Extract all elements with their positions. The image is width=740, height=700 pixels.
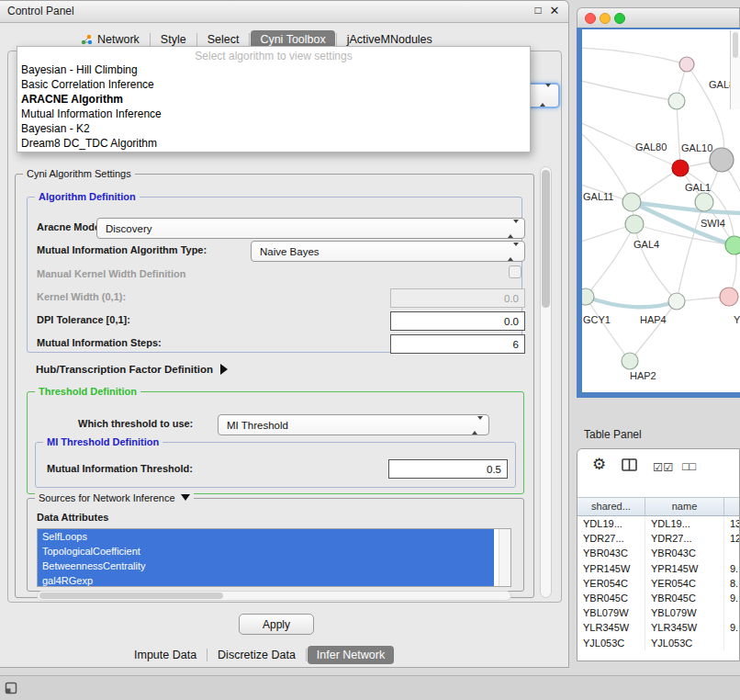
bottom-tab-impute-data[interactable]: Impute Data xyxy=(125,646,206,664)
settings-vertical-scrollbar[interactable] xyxy=(540,166,552,598)
network-window-titlebar xyxy=(577,7,740,28)
attributes-list-scrollbar[interactable] xyxy=(499,529,510,586)
tab-label: Discretize Data xyxy=(218,649,296,661)
table-row[interactable]: YPR145WYPR145W9. xyxy=(577,561,739,576)
table-row[interactable]: YJL053CYJL053C xyxy=(577,636,739,650)
algorithm-option-dream8-dc-tdc-algorithm[interactable]: Dream8 DC_TDC Algorithm xyxy=(17,137,530,152)
algorithm-popup-list: Bayesian - Hill ClimbingBasic Correlatio… xyxy=(17,63,530,152)
attribute-item-gal4rgexp[interactable]: gal4RGexp xyxy=(38,573,494,587)
network-node[interactable] xyxy=(679,57,694,72)
data-attributes-label: Data Attributes xyxy=(37,512,108,523)
algorithm-popup-placeholder: Select algorithm to view settings xyxy=(17,47,530,63)
manual-kernel-checkbox[interactable] xyxy=(509,265,521,278)
attributes-horizontal-scrollbar[interactable] xyxy=(37,591,511,601)
table-row[interactable]: YBL079WYBL079W xyxy=(577,605,739,620)
table-row[interactable]: YDR27...YDR27...12 xyxy=(577,531,739,546)
data-attributes-list[interactable]: SelfLoopsTopologicalCoefficientBetweenne… xyxy=(37,528,511,587)
network-edge xyxy=(582,48,687,64)
control-panel-window: Control Panel □ ✕ NetworkStyleSelectCyni… xyxy=(0,0,569,668)
table-row[interactable]: YLR345WYLR345W9. xyxy=(577,620,739,635)
algorithm-option-basic-correlation-inference[interactable]: Basic Correlation Inference xyxy=(17,78,530,93)
tab-separator xyxy=(249,33,250,46)
table-cell xyxy=(724,605,739,620)
network-scrollbar-thumb[interactable] xyxy=(733,32,738,58)
table-panel-title: Table Panel xyxy=(584,428,642,441)
attribute-item-betweennesscentrality[interactable]: BetweennessCentrality xyxy=(38,559,494,573)
column-header-name[interactable]: name xyxy=(645,497,724,516)
mi-type-value: Naive Bayes xyxy=(260,246,320,257)
network-window: GAL8GAL80GAL10GAL11GAL1SWI4GAL4GCY1HAP4Y… xyxy=(577,7,740,398)
hub-section-toggle[interactable]: Hub/Transcription Factor Definition xyxy=(36,364,228,375)
mi-threshold-value: 0.5 xyxy=(487,464,501,475)
network-node-label-gcy1: GCY1 xyxy=(583,314,611,325)
cyni-algorithm-settings-title: Cyni Algorithm Settings xyxy=(23,168,135,179)
network-node[interactable] xyxy=(710,148,734,172)
algorithm-option-aracne-algorithm[interactable]: ARACNE Algorithm xyxy=(17,93,530,107)
network-node-label-gal4: GAL4 xyxy=(633,239,659,250)
network-node[interactable] xyxy=(725,236,740,254)
sources-section-label: Sources for Network Inference xyxy=(39,492,175,503)
algorithm-option-bayesian-hill-climbing[interactable]: Bayesian - Hill Climbing xyxy=(17,63,530,78)
tab-label: Impute Data xyxy=(134,649,196,661)
bottom-tab-infer-network[interactable]: Infer Network xyxy=(308,646,394,664)
table-cell: YLR345W xyxy=(645,620,724,635)
column-header-shared[interactable]: shared... xyxy=(577,497,645,516)
network-edge xyxy=(634,224,677,301)
panel-dock-icon[interactable] xyxy=(5,682,17,698)
algorithm-option-mutual-information-inference[interactable]: Mutual Information Inference xyxy=(17,107,530,122)
network-canvas-scrollbar[interactable] xyxy=(730,30,740,109)
threshold-definition-group: Threshold Definition Which threshold to … xyxy=(27,391,524,494)
network-node[interactable] xyxy=(622,193,641,211)
column-header-extra[interactable] xyxy=(724,497,739,516)
table-cell: YBR045C xyxy=(645,591,724,605)
bottom-tab-discretize-data[interactable]: Discretize Data xyxy=(208,646,305,664)
tab-label: Infer Network xyxy=(317,649,385,661)
network-node[interactable] xyxy=(622,353,638,369)
attribute-item-selfloops[interactable]: SelfLoops xyxy=(38,529,494,544)
mac-zoom-icon[interactable] xyxy=(614,13,625,24)
table-row[interactable]: YER054CYER054C8. xyxy=(577,576,739,591)
table-cell: 13 xyxy=(724,516,739,531)
network-node[interactable] xyxy=(668,293,685,310)
table-cell: YER054C xyxy=(645,576,724,591)
columns-glyph xyxy=(622,458,638,472)
vscrollbar-thumb[interactable] xyxy=(542,170,550,308)
algorithm-option-bayesian-k2[interactable]: Bayesian - K2 xyxy=(17,122,530,137)
mac-close-icon[interactable] xyxy=(585,13,596,24)
network-node[interactable] xyxy=(625,215,644,233)
mi-threshold-field[interactable]: 0.5 xyxy=(388,459,508,479)
table-cell: YDL19... xyxy=(645,516,724,531)
combo-arrows-icon xyxy=(472,420,483,431)
select-all-icon[interactable]: ☑☑ xyxy=(653,460,673,474)
settings-gear-icon[interactable]: ⚙ xyxy=(592,455,606,474)
float-window-icon[interactable]: □ xyxy=(532,4,544,17)
mac-minimize-icon[interactable] xyxy=(600,13,611,24)
hub-section-label: Hub/Transcription Factor Definition xyxy=(36,364,213,375)
show-columns-icon[interactable] xyxy=(622,458,638,476)
attribute-item-topologicalcoefficient[interactable]: TopologicalCoefficient xyxy=(38,544,494,559)
table-row[interactable]: YDL19...YDL19...13 xyxy=(577,516,739,531)
aracne-mode-select[interactable]: Discovery xyxy=(96,218,525,239)
mi-type-select[interactable]: Naive Bayes xyxy=(251,241,525,262)
network-node[interactable] xyxy=(672,160,689,176)
hscrollbar-thumb[interactable] xyxy=(39,593,223,599)
network-edge xyxy=(630,301,677,361)
window-title: Control Panel xyxy=(7,5,74,17)
control-panel-titlebar: Control Panel □ ✕ xyxy=(0,1,568,23)
network-canvas[interactable]: GAL8GAL80GAL10GAL11GAL1SWI4GAL4GCY1HAP4Y… xyxy=(582,29,740,392)
dpi-tolerance-field[interactable]: 0.0 xyxy=(390,311,525,331)
close-icon[interactable]: ✕ xyxy=(548,4,561,17)
aracne-mode-label: Aracne Mode: xyxy=(37,221,104,232)
network-node[interactable] xyxy=(720,288,738,306)
table-row[interactable]: YBR043CYBR043C xyxy=(577,546,739,560)
network-node[interactable] xyxy=(582,288,594,305)
which-threshold-select[interactable]: MI Threshold xyxy=(218,414,489,435)
network-node[interactable] xyxy=(668,93,685,109)
table-row[interactable]: YBR045CYBR045C9. xyxy=(577,591,739,605)
deselect-all-icon[interactable]: □□ xyxy=(682,460,696,473)
network-node[interactable] xyxy=(695,193,713,211)
sources-section-toggle[interactable]: Sources for Network Inference xyxy=(35,492,194,503)
apply-button[interactable]: Apply xyxy=(239,614,314,635)
mi-steps-field[interactable]: 6 xyxy=(390,334,525,354)
network-node-label-gal1: GAL1 xyxy=(685,182,711,193)
